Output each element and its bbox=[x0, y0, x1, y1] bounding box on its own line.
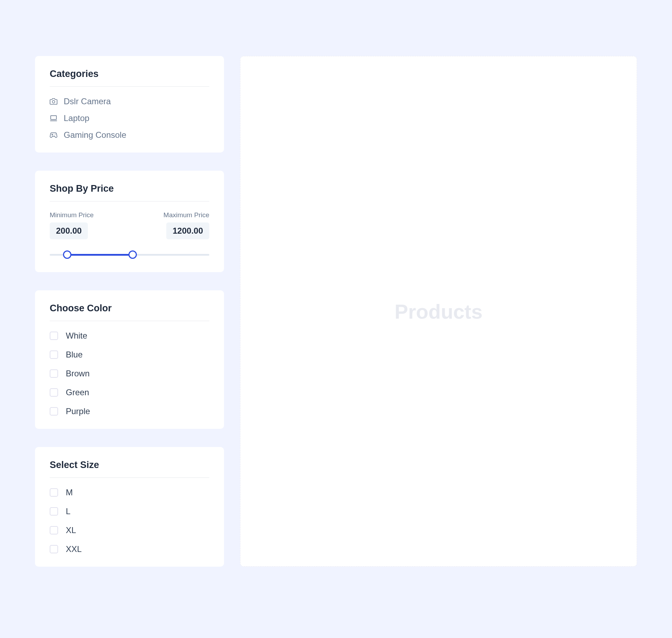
category-item-laptop[interactable]: Laptop bbox=[50, 113, 209, 123]
size-label: L bbox=[66, 506, 70, 516]
max-price-value: 1200.00 bbox=[166, 222, 209, 239]
checkbox[interactable] bbox=[50, 388, 58, 397]
price-range-slider[interactable] bbox=[50, 250, 209, 260]
products-area: Products bbox=[240, 56, 637, 567]
price-panel: Shop By Price Minimum Price Maximum Pric… bbox=[35, 171, 224, 272]
color-label: Purple bbox=[66, 406, 90, 416]
checkbox[interactable] bbox=[50, 545, 58, 553]
category-item-dslr[interactable]: Dslr Camera bbox=[50, 97, 209, 106]
price-labels-row: Minimum Price Maximum Price bbox=[50, 211, 209, 219]
category-label: Gaming Console bbox=[64, 130, 126, 140]
size-option-xxl[interactable]: XXL bbox=[50, 544, 209, 554]
color-list: White Blue Brown Green Purple bbox=[50, 331, 209, 416]
color-option-brown[interactable]: Brown bbox=[50, 369, 209, 378]
size-label: XL bbox=[66, 525, 76, 535]
laptop-icon bbox=[50, 114, 57, 122]
size-option-m[interactable]: M bbox=[50, 488, 209, 497]
color-option-white[interactable]: White bbox=[50, 331, 209, 341]
category-list: Dslr Camera Laptop bbox=[50, 97, 209, 140]
slider-thumb-min[interactable] bbox=[63, 250, 71, 259]
category-label: Laptop bbox=[64, 113, 89, 123]
color-option-green[interactable]: Green bbox=[50, 388, 209, 397]
slider-thumb-max[interactable] bbox=[128, 250, 137, 259]
checkbox[interactable] bbox=[50, 507, 58, 516]
size-option-xl[interactable]: XL bbox=[50, 525, 209, 535]
category-item-console[interactable]: Gaming Console bbox=[50, 130, 209, 140]
products-placeholder: Products bbox=[394, 300, 482, 323]
checkbox[interactable] bbox=[50, 488, 58, 497]
size-label: M bbox=[66, 488, 73, 497]
color-label: White bbox=[66, 331, 87, 341]
checkbox[interactable] bbox=[50, 332, 58, 340]
divider bbox=[50, 321, 209, 321]
checkbox[interactable] bbox=[50, 350, 58, 359]
divider bbox=[50, 477, 209, 478]
size-label: XXL bbox=[66, 544, 82, 554]
checkbox[interactable] bbox=[50, 526, 58, 534]
color-title: Choose Color bbox=[50, 303, 209, 314]
checkbox[interactable] bbox=[50, 407, 58, 416]
categories-title: Categories bbox=[50, 69, 209, 79]
size-list: M L XL XXL bbox=[50, 488, 209, 554]
color-label: Green bbox=[66, 388, 89, 397]
divider bbox=[50, 86, 209, 87]
size-title: Select Size bbox=[50, 460, 209, 470]
size-panel: Select Size M L XL XXL bbox=[35, 447, 224, 567]
size-option-l[interactable]: L bbox=[50, 506, 209, 516]
price-title: Shop By Price bbox=[50, 183, 209, 194]
camera-icon bbox=[50, 98, 57, 105]
color-label: Brown bbox=[66, 369, 90, 378]
max-price-label: Maximum Price bbox=[163, 211, 209, 219]
filter-sidebar: Categories Dslr Camera bbox=[35, 56, 224, 567]
categories-panel: Categories Dslr Camera bbox=[35, 56, 224, 153]
color-panel: Choose Color White Blue Brown Green bbox=[35, 290, 224, 429]
min-price-value: 200.00 bbox=[50, 222, 88, 239]
checkbox[interactable] bbox=[50, 369, 58, 378]
color-option-blue[interactable]: Blue bbox=[50, 350, 209, 360]
divider bbox=[50, 201, 209, 201]
console-icon bbox=[50, 131, 57, 139]
svg-rect-1 bbox=[51, 116, 57, 120]
slider-selected-range bbox=[67, 254, 133, 256]
svg-point-0 bbox=[52, 100, 55, 103]
color-option-purple[interactable]: Purple bbox=[50, 406, 209, 416]
category-label: Dslr Camera bbox=[64, 97, 111, 106]
min-price-label: Minimum Price bbox=[50, 211, 94, 219]
price-values-row: 200.00 1200.00 bbox=[50, 222, 209, 239]
color-label: Blue bbox=[66, 350, 83, 360]
